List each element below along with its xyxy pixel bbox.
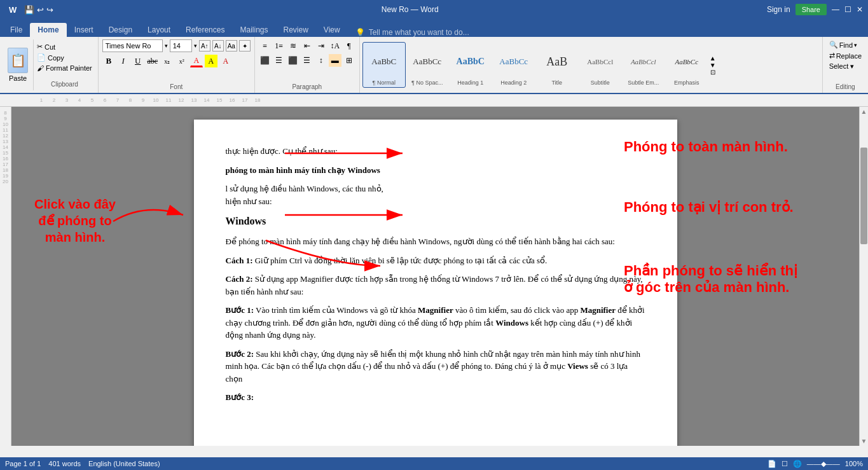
tab-home[interactable]: Home xyxy=(30,23,66,37)
underline-button[interactable]: U xyxy=(132,55,144,67)
style-subtitle[interactable]: AaBbCcl Subtitle xyxy=(579,42,622,88)
bullets-button[interactable]: ≡ xyxy=(259,39,272,52)
font-name-input[interactable] xyxy=(102,39,163,52)
tab-file[interactable]: File xyxy=(3,23,30,37)
share-btn[interactable]: Share xyxy=(796,4,827,15)
align-left-button[interactable]: ⬛ xyxy=(259,54,272,67)
font-shrink-button[interactable]: A↓ xyxy=(212,40,224,52)
tab-mailings[interactable]: Mailings xyxy=(232,23,275,37)
align-right-button[interactable]: ⬛ xyxy=(287,54,300,67)
numbering-button[interactable]: 1≡ xyxy=(273,39,286,52)
status-bar: Page 1 of 1 401 words English (United St… xyxy=(0,457,868,470)
title-bar: W 💾 ↩ ↪ New Ro — Word Sign in Share — ☐ … xyxy=(0,0,868,19)
style-subtitle-label: Subtitle xyxy=(591,79,610,86)
scrollbar-thumb[interactable] xyxy=(860,148,867,244)
doc-para-6: Cách 1: Giữ phím Ctrl và đồng thời lăn v… xyxy=(226,254,645,267)
font-size-input[interactable] xyxy=(170,39,192,52)
show-hide-button[interactable]: ¶ xyxy=(343,39,355,52)
doc-para-8: Bước 1: Vào trình tìm kiếm của Windows v… xyxy=(226,304,645,342)
ribbon: 📋 Paste ✂ Cut 📄 Copy 🖌 Format Painter Cl… xyxy=(0,37,868,94)
view-mode-print[interactable]: ☐ xyxy=(782,460,788,468)
style-title-preview: AaB xyxy=(546,44,567,79)
zoom-slider[interactable]: ——◆—— xyxy=(807,460,840,468)
style-no-spacing[interactable]: AaBbCc ¶ No Spac... xyxy=(406,42,449,88)
ribbon-content: 📋 Paste ✂ Cut 📄 Copy 🖌 Format Painter Cl… xyxy=(0,37,868,93)
style-normal[interactable]: AaBbC ¶ Normal xyxy=(362,42,406,88)
decrease-indent-button[interactable]: ⇤ xyxy=(301,39,313,52)
restore-btn[interactable]: ☐ xyxy=(844,5,851,14)
scrollbar-up-btn[interactable]: ▲ xyxy=(861,108,867,115)
tab-view[interactable]: View xyxy=(316,23,348,37)
doc-para-5: Để phóng to màn hình máy tính đang chạy … xyxy=(226,235,645,248)
increase-indent-button[interactable]: ⇥ xyxy=(315,39,327,52)
superscript-button[interactable]: x² xyxy=(176,55,188,67)
copy-label: Copy xyxy=(48,54,64,62)
font-color-button[interactable]: A xyxy=(219,55,232,67)
style-heading2-preview: AaBbCc xyxy=(499,44,528,79)
tab-design[interactable]: Design xyxy=(101,23,140,37)
format-painter-label: Format Painter xyxy=(46,64,92,72)
tab-references[interactable]: References xyxy=(178,23,232,37)
style-title[interactable]: AaB Title xyxy=(535,42,579,88)
styles-scroll-up[interactable]: ▲ xyxy=(710,55,716,62)
justify-button[interactable]: ☰ xyxy=(301,54,313,67)
tab-insert[interactable]: Insert xyxy=(67,23,101,37)
scrollbar-down-btn[interactable]: ▼ xyxy=(861,438,867,445)
subscript-button[interactable]: x₂ xyxy=(161,55,174,67)
font-name-dropdown-icon[interactable]: ▾ xyxy=(165,43,168,49)
line-spacing-button[interactable]: ↕ xyxy=(315,54,327,67)
doc-para-2: phóng to màn hình máy tính chạy Windows xyxy=(226,164,645,177)
sort-button[interactable]: ↕A xyxy=(329,39,341,52)
font-size-dropdown-icon[interactable]: ▾ xyxy=(194,43,197,49)
clipboard-label: Clipboard xyxy=(35,79,94,88)
style-no-spacing-label: ¶ No Spac... xyxy=(411,79,443,86)
style-normal-preview: AaBbC xyxy=(371,44,396,79)
font-case-button[interactable]: Aa xyxy=(226,40,237,52)
borders-button[interactable]: ⊞ xyxy=(343,54,355,67)
word-count: 401 words xyxy=(48,460,81,467)
clear-format-button[interactable]: ✦ xyxy=(239,40,251,52)
style-heading1[interactable]: AaBbC Heading 1 xyxy=(449,42,492,88)
replace-button[interactable]: ⇄ Replace xyxy=(827,50,864,61)
view-mode-read[interactable]: 📄 xyxy=(768,460,776,468)
cut-button[interactable]: ✂ Cut xyxy=(35,42,94,52)
bold-button[interactable]: B xyxy=(102,55,115,67)
format-painter-button[interactable]: 🖌 Format Painter xyxy=(35,64,94,73)
fill-color-button[interactable]: ▬ xyxy=(329,54,341,67)
replace-label: Replace xyxy=(836,52,862,60)
select-button[interactable]: Select ▾ xyxy=(827,61,864,72)
find-button[interactable]: 🔍 Find ▾ xyxy=(827,39,864,50)
font-grow-button[interactable]: A↑ xyxy=(199,40,210,52)
multilevel-list-button[interactable]: ≋ xyxy=(287,39,300,52)
find-dropdown-icon[interactable]: ▾ xyxy=(854,42,857,48)
doc-para-9: Bước 2: Sau khi khởi chạy, ứng dụng này … xyxy=(226,348,645,385)
paste-button[interactable]: 📋 Paste xyxy=(3,39,34,90)
style-heading2[interactable]: AaBbCc Heading 2 xyxy=(492,42,535,88)
styles-scroll-down[interactable]: ▼ xyxy=(710,62,716,69)
minimize-btn[interactable]: — xyxy=(832,5,839,14)
style-emphasis[interactable]: AaBbCc Emphasis xyxy=(665,42,708,88)
tell-me-text[interactable]: Tell me what you want to do... xyxy=(369,28,469,37)
find-label: Find xyxy=(839,41,853,49)
title-bar-center: New Ro — Word xyxy=(382,5,439,14)
italic-button[interactable]: I xyxy=(117,55,130,67)
format-painter-icon: 🖌 xyxy=(37,64,44,72)
vertical-scrollbar[interactable]: ▲ ▼ xyxy=(859,107,868,446)
sign-in-btn[interactable]: Sign in xyxy=(767,5,790,14)
scrollbar-track[interactable] xyxy=(860,115,868,438)
style-no-spacing-preview: AaBbCc xyxy=(413,44,441,79)
cut-icon: ✂ xyxy=(37,43,43,51)
align-center-button[interactable]: ☰ xyxy=(273,54,286,67)
style-subtle-em[interactable]: AaBbCcl Subtle Em... xyxy=(622,42,665,88)
styles-more[interactable]: ⊡ xyxy=(710,69,716,76)
tab-review[interactable]: Review xyxy=(275,23,315,37)
view-mode-web[interactable]: 🌐 xyxy=(793,460,802,468)
strikethrough-button[interactable]: abc xyxy=(146,55,159,67)
text-color-button[interactable]: A xyxy=(190,55,203,67)
language: English (United States) xyxy=(88,460,160,467)
tab-layout[interactable]: Layout xyxy=(140,23,178,37)
copy-button[interactable]: 📄 Copy xyxy=(35,53,94,62)
document-area[interactable]: thực hiện được. Cụ thể như sau: phóng to… xyxy=(11,107,859,446)
close-btn[interactable]: ✕ xyxy=(857,5,863,14)
highlight-color-button[interactable]: A xyxy=(205,55,217,67)
